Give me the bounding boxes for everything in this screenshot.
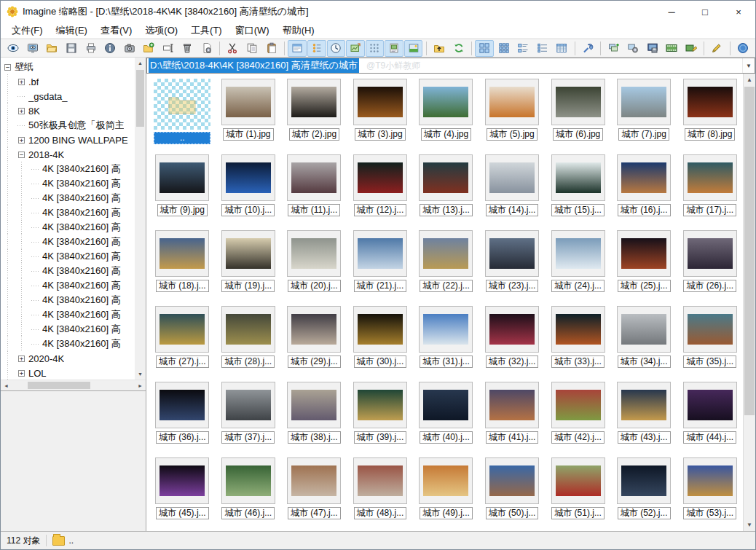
thumbnail-cell[interactable]: 城市 (34).j... <box>611 304 677 380</box>
thumbnail-image[interactable] <box>226 465 271 496</box>
thumbnail-cell[interactable]: 城市 (32).j... <box>479 304 546 380</box>
thumbnail-image[interactable] <box>556 314 601 345</box>
thumbnail-image[interactable] <box>423 162 468 193</box>
thumbnail-filename[interactable]: 城市 (3).jpg <box>355 128 405 141</box>
thumbnail-image[interactable] <box>489 162 535 193</box>
tree-scroll-left-icon[interactable]: ◄ <box>1 380 12 390</box>
tree-item[interactable]: 4K [3840x2160] 高 <box>1 278 135 293</box>
grid-dots-toggle-button[interactable] <box>366 40 385 57</box>
tree-item[interactable]: 4K [3840x2160] 高 <box>1 337 135 351</box>
thumbnail-filename[interactable]: 城市 (33).j... <box>551 355 605 368</box>
thumbnail-cell[interactable]: 城市 (13).j... <box>413 152 479 228</box>
thumbnail-filename[interactable]: 城市 (27).j... <box>156 355 209 368</box>
thumbnail-image[interactable] <box>621 162 666 193</box>
thumbnail-image[interactable] <box>358 238 403 269</box>
tree-scroll-up-icon[interactable]: ▲ <box>135 58 146 68</box>
collapse-icon[interactable]: − <box>4 64 11 71</box>
thumbnail-cell[interactable]: 城市 (26).j... <box>677 228 743 304</box>
thumbnail-filename[interactable]: 城市 (8).jpg <box>685 128 735 141</box>
tree-item[interactable]: +.bf <box>1 74 135 89</box>
thumbnail-filename[interactable]: 城市 (31).j... <box>420 355 473 368</box>
thumbnail-cell[interactable]: 城市 (41).j... <box>479 380 546 455</box>
copy-button[interactable] <box>243 40 261 57</box>
thumbnail-filename[interactable]: 城市 (49).j... <box>420 507 473 519</box>
batch-process-gear-button[interactable] <box>623 40 642 57</box>
thumbnail-image[interactable] <box>358 162 403 193</box>
tree-item[interactable]: −2018-4K <box>1 147 135 162</box>
tree-item[interactable]: 4K [3840x2160] 高 <box>1 220 135 235</box>
thumbnail-cell[interactable]: 城市 (18).j... <box>149 228 216 304</box>
tree-vertical-scrollbar[interactable]: ▲ ▼ <box>135 58 146 380</box>
thumbnail-filename[interactable]: 城市 (12).j... <box>354 204 407 216</box>
thumbnail-cell[interactable]: 城市 (48).j... <box>347 455 414 531</box>
screen-capture-save-button[interactable] <box>643 40 662 57</box>
tree-horizontal-scrollbar[interactable]: ◄ ► <box>1 380 146 390</box>
thumbnail-image[interactable] <box>291 314 336 345</box>
thumbnail-filename[interactable]: 城市 (35).j... <box>683 355 736 368</box>
thumbnail-filename[interactable]: 城市 (39).j... <box>354 431 407 444</box>
thumbnail-cell[interactable]: 城市 (15).j... <box>545 152 611 228</box>
content-scroll-up-icon[interactable]: ▲ <box>744 74 755 86</box>
tree-item[interactable]: 4K [3840x2160] 高 <box>1 191 135 205</box>
minimize-button[interactable]: ─ <box>655 1 688 23</box>
thumbnail-image[interactable] <box>688 162 733 193</box>
thumbnail-filename[interactable]: 城市 (13).j... <box>420 204 473 216</box>
thumbnail-filename[interactable]: 城市 (24).j... <box>551 280 605 292</box>
thumbnail-filename[interactable]: 城市 (46).j... <box>221 507 275 519</box>
address-dropdown-icon[interactable]: ▼ <box>742 58 755 73</box>
date-clock-toggle-button[interactable] <box>327 40 346 57</box>
thumbnail-cell[interactable]: 城市 (8).jpg <box>677 76 743 152</box>
tree-item[interactable]: −壁纸 <box>1 60 135 74</box>
thumbnail-cell[interactable]: 城市 (28).j... <box>216 304 282 380</box>
thumbnail-filename[interactable]: 城市 (28).j... <box>221 355 275 368</box>
thumbnail-cell[interactable]: 城市 (21).j... <box>347 228 414 304</box>
thumbnail-image[interactable] <box>358 314 403 345</box>
view-details-button[interactable] <box>553 40 572 57</box>
open-folder-button[interactable] <box>43 40 62 57</box>
filmstrip-button[interactable] <box>663 40 682 57</box>
expand-icon[interactable]: + <box>18 355 25 362</box>
thumbnail-cell[interactable]: 城市 (43).j... <box>611 380 677 455</box>
thumbnail-image[interactable] <box>226 238 271 269</box>
thumbnail-filename[interactable]: 城市 (48).j... <box>354 507 407 519</box>
delete-trash-button[interactable] <box>178 40 197 57</box>
thumbnail-image[interactable] <box>556 390 601 420</box>
thumbnail-cell[interactable]: 城市 (36).j... <box>149 380 216 455</box>
thumbnail-image[interactable] <box>291 390 336 420</box>
thumbnail-filename[interactable]: 城市 (4).jpg <box>421 128 471 141</box>
tree-item[interactable]: +8K <box>1 103 135 118</box>
thumbnail-cell[interactable]: 城市 (24).j... <box>545 228 611 304</box>
tree-item[interactable]: +2020-4K <box>1 351 135 366</box>
thumbnail-cell[interactable]: 城市 (35).j... <box>677 304 743 380</box>
print-button[interactable] <box>82 40 101 57</box>
thumbnail-filename[interactable]: 城市 (9).jpg <box>157 204 208 216</box>
slideshow-monitor-button[interactable] <box>23 40 42 57</box>
thumbnail-filename[interactable]: 城市 (14).j... <box>486 204 539 216</box>
paste-button[interactable] <box>262 40 281 57</box>
parent-folder-thumbnail[interactable] <box>154 79 210 130</box>
thumbnail-filename[interactable]: 城市 (34).j... <box>618 355 671 368</box>
expand-icon[interactable]: + <box>18 79 25 85</box>
tree-item[interactable]: 4K [3840x2160] 高 <box>1 249 135 264</box>
thumbnail-image[interactable] <box>291 238 336 269</box>
thumbnail-image[interactable] <box>291 87 336 117</box>
thumbnail-filename[interactable]: 城市 (2).jpg <box>289 128 339 141</box>
thumbnail-image[interactable] <box>423 238 468 269</box>
thumbnail-filename[interactable]: 城市 (37).j... <box>221 431 275 444</box>
thumbnail-image[interactable] <box>621 390 666 420</box>
thumbnail-image[interactable] <box>688 390 733 420</box>
thumbnail-cell[interactable]: 城市 (37).j... <box>216 380 282 455</box>
thumbnail-cell[interactable]: 城市 (31).j... <box>413 304 479 380</box>
thumbnail-cell[interactable]: 城市 (44).j... <box>677 380 743 455</box>
thumbnail-filename[interactable]: 城市 (51).j... <box>551 507 605 519</box>
content-vscroll-thumb[interactable] <box>744 87 755 415</box>
address-bar[interactable]: D:\壁纸\2018-4K\4K [3840x2160] 高清壁纸の城市 @T9… <box>146 58 755 74</box>
thumbnail-filename[interactable]: 城市 (6).jpg <box>553 128 603 141</box>
tree-item[interactable]: 4K [3840x2160] 高 <box>1 162 135 176</box>
menu-f[interactable]: 文件(F) <box>5 23 50 39</box>
thumbnail-filename[interactable]: 城市 (29).j... <box>288 355 341 368</box>
thumbnail-image[interactable] <box>489 390 535 420</box>
view-large-thumbnails-button[interactable] <box>475 40 494 57</box>
thumbnail-filename[interactable]: 城市 (50).j... <box>486 507 539 519</box>
expand-icon[interactable]: + <box>18 137 25 144</box>
